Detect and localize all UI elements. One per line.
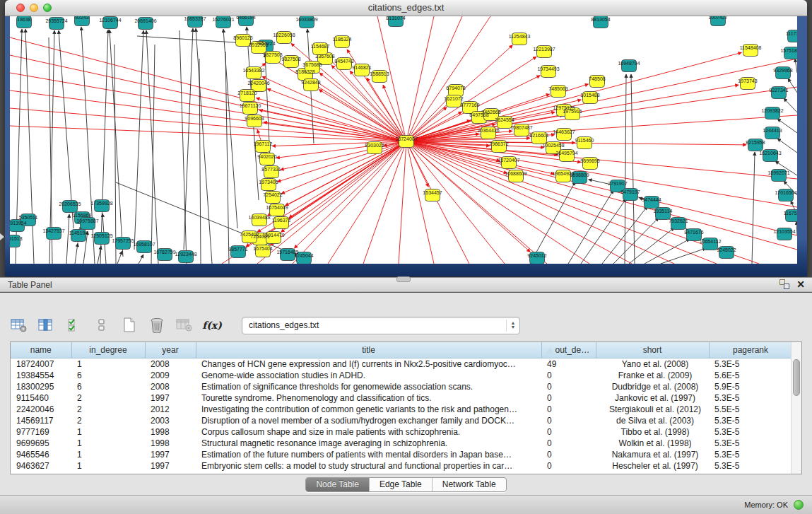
cell-in_degree[interactable]: 6: [71, 381, 145, 392]
tab-network-table[interactable]: Network Table: [432, 478, 506, 491]
cell-name[interactable]: 14569117: [11, 415, 71, 426]
cell-out_degree[interactable]: 0: [541, 449, 596, 460]
cell-name[interactable]: 18300295: [11, 381, 71, 392]
cell-in_degree[interactable]: 1: [71, 358, 145, 370]
cell-name[interactable]: 22420046: [11, 404, 71, 415]
function-builder-button[interactable]: f(x): [203, 317, 221, 334]
cell-pagerank[interactable]: 5.3E-5: [709, 426, 792, 438]
column-header-short[interactable]: short: [596, 342, 709, 358]
graph-edge[interactable]: [313, 79, 406, 141]
cell-out_degree[interactable]: 0: [541, 438, 596, 449]
splitter-grip[interactable]: [396, 276, 411, 282]
column-header-year[interactable]: year: [145, 342, 196, 358]
show-columns-button[interactable]: [37, 317, 56, 334]
cell-in_degree[interactable]: 2: [71, 404, 145, 415]
table-mode-button[interactable]: [10, 317, 28, 334]
table-row[interactable]: 911546021997Tourette syndrome. Phenomeno…: [11, 392, 792, 404]
cell-out_degree[interactable]: 0: [541, 460, 596, 472]
vertical-scrollbar[interactable]: [791, 342, 801, 474]
cell-pagerank[interactable]: 5.5E-5: [709, 404, 792, 415]
graph-edge[interactable]: [347, 49, 406, 141]
cell-out_degree[interactable]: 0: [541, 370, 596, 381]
column-header-name[interactable]: name: [11, 342, 71, 358]
cell-title[interactable]: Embryonic stem cells: a model to study s…: [196, 460, 541, 472]
cell-short[interactable]: Franke et al. (2009): [596, 370, 709, 381]
cell-in_degree[interactable]: 2: [71, 392, 145, 404]
cell-name[interactable]: 9465546: [11, 449, 71, 460]
table-selector-combobox[interactable]: citations_edges.txt ▲ ▼: [242, 317, 520, 334]
window-titlebar[interactable]: citations_edges.txt: [5, 0, 807, 16]
memory-indicator-icon[interactable]: [794, 500, 804, 510]
cell-short[interactable]: Nakamura et al. (1997): [596, 449, 709, 460]
cell-name[interactable]: 9463627: [11, 460, 71, 472]
cell-name[interactable]: 9699695: [11, 438, 71, 449]
cell-title[interactable]: Genome-wide association studies in ADHD.: [196, 370, 541, 381]
cell-in_degree[interactable]: 6: [71, 370, 145, 381]
cell-name[interactable]: 9115460: [11, 392, 71, 404]
table-row[interactable]: 1456911722003Disruption of a novel membe…: [11, 415, 792, 426]
cell-out_degree[interactable]: 0: [541, 404, 596, 415]
column-header-pagerank[interactable]: pagerank: [709, 342, 792, 358]
cell-year[interactable]: 1997: [145, 392, 196, 404]
cell-year[interactable]: 1997: [145, 460, 196, 472]
cell-pagerank[interactable]: 5.3E-5: [709, 449, 792, 460]
cell-pagerank[interactable]: 5.3E-5: [709, 415, 792, 426]
cell-year[interactable]: 1998: [145, 426, 196, 438]
cell-out_degree[interactable]: 0: [541, 415, 596, 426]
cell-short[interactable]: Tibbo et al. (1998): [596, 426, 709, 438]
cell-out_degree[interactable]: 0: [541, 392, 596, 404]
new-column-button[interactable]: [120, 317, 139, 334]
cell-year[interactable]: 2012: [145, 404, 196, 415]
combo-arrows-icon[interactable]: ▲ ▼: [506, 320, 519, 332]
graph-edge[interactable]: [294, 141, 406, 248]
cell-title[interactable]: Tourette syndrome. Phenomenology and cla…: [196, 392, 541, 404]
column-header-title[interactable]: title: [196, 342, 541, 358]
cell-short[interactable]: Stergiakouli et al. (2012): [596, 404, 709, 415]
cell-title[interactable]: Investigating the contribution of common…: [196, 404, 541, 415]
cell-name[interactable]: 18724007: [11, 358, 71, 370]
cell-title[interactable]: Corpus callosum shape and size in male p…: [196, 426, 541, 438]
table-row[interactable]: 2242004622012Investigating the contribut…: [11, 404, 792, 415]
tab-edge-table[interactable]: Edge Table: [369, 478, 432, 491]
table-row[interactable]: 1938455462009Genome-wide association stu…: [11, 370, 792, 381]
column-header-in_degree[interactable]: in_degree: [71, 342, 145, 358]
cell-short[interactable]: de Silva et al. (2003): [596, 415, 709, 426]
graph-edge[interactable]: [383, 85, 406, 141]
cell-out_degree[interactable]: 0: [541, 426, 596, 438]
cell-short[interactable]: Hescheler et al. (1997): [596, 460, 709, 472]
delete-columns-button[interactable]: [148, 317, 166, 334]
cell-year[interactable]: 1997: [145, 449, 196, 460]
cell-year[interactable]: 2009: [145, 370, 196, 381]
cell-year[interactable]: 1998: [145, 438, 196, 449]
column-header-out_degree[interactable]: △out_de…: [541, 342, 596, 358]
cell-short[interactable]: Wolkin et al. (1998): [596, 438, 709, 449]
table-row[interactable]: 946554611997Estimation of the future num…: [11, 449, 792, 460]
cell-year[interactable]: 2008: [145, 381, 196, 392]
cell-pagerank[interactable]: 5.9E-5: [709, 381, 792, 392]
cell-pagerank[interactable]: 5.3E-5: [709, 460, 792, 472]
cell-pagerank[interactable]: 5.3E-5: [709, 358, 792, 370]
table-row[interactable]: 1830029562008Estimation of significance …: [11, 381, 792, 392]
cell-short[interactable]: Yano et al. (2008): [596, 358, 709, 370]
cell-pagerank[interactable]: 5.3E-5: [709, 392, 792, 404]
scrollbar-thumb[interactable]: [793, 359, 800, 396]
cell-title[interactable]: Estimation of the future numbers of pati…: [196, 449, 541, 460]
cell-in_degree[interactable]: 1: [71, 426, 145, 438]
table-row[interactable]: 946362711997Embryonic stem cells: a mode…: [11, 460, 792, 472]
row-height-button[interactable]: [93, 317, 111, 334]
table-row[interactable]: 1872400712008Changes of HCN gene express…: [11, 358, 792, 370]
cell-in_degree[interactable]: 2: [71, 415, 145, 426]
cell-short[interactable]: Jankovic et al. (1997): [596, 392, 709, 404]
cell-title[interactable]: Estimation of significance thresholds fo…: [196, 381, 541, 392]
network-graph[interactable]: 1863829355724922431210674420691406106532…: [10, 16, 797, 264]
cell-name[interactable]: 19384554: [11, 370, 71, 381]
table-row[interactable]: 977716911998Corpus callosum shape and si…: [11, 426, 792, 438]
cell-pagerank[interactable]: 5.3E-5: [709, 438, 792, 449]
graph-edge[interactable]: [319, 73, 406, 141]
cell-title[interactable]: Changes of HCN gene expression and I(f) …: [196, 358, 541, 370]
network-canvas[interactable]: 1863829355724922431210674420691406106532…: [10, 16, 797, 264]
float-panel-icon[interactable]: [779, 279, 789, 289]
cell-year[interactable]: 2008: [145, 358, 196, 370]
cell-out_degree[interactable]: 49: [541, 358, 596, 370]
cell-pagerank[interactable]: 5.6E-5: [709, 370, 792, 381]
